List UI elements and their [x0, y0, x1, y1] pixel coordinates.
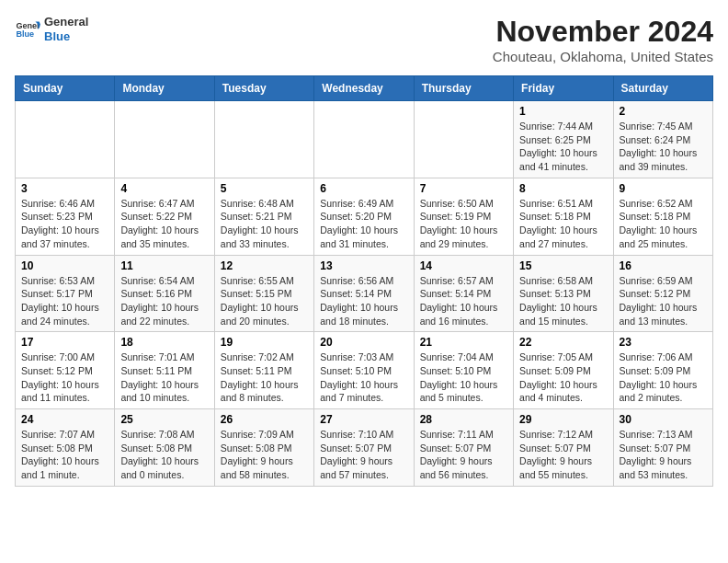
week-row-5: 24Sunrise: 7:07 AM Sunset: 5:08 PM Dayli… [16, 409, 713, 487]
day-number: 10 [21, 259, 108, 272]
day-cell: 27Sunrise: 7:10 AM Sunset: 5:07 PM Dayli… [314, 409, 414, 487]
weekday-header-tuesday: Tuesday [214, 76, 313, 101]
logo-text: General Blue [44, 15, 88, 43]
day-number: 18 [120, 336, 208, 349]
day-info: Sunrise: 7:01 AM Sunset: 5:11 PM Dayligh… [120, 350, 208, 405]
day-cell: 26Sunrise: 7:09 AM Sunset: 5:08 PM Dayli… [214, 409, 313, 487]
day-info: Sunrise: 6:48 AM Sunset: 5:21 PM Dayligh… [221, 197, 308, 251]
day-number: 9 [620, 182, 707, 195]
logo-icon: General Blue [15, 17, 40, 42]
day-number: 3 [21, 182, 108, 195]
day-info: Sunrise: 7:12 AM Sunset: 5:07 PM Dayligh… [519, 428, 607, 482]
day-cell: 28Sunrise: 7:11 AM Sunset: 5:07 PM Dayli… [414, 409, 513, 487]
day-number: 7 [420, 182, 507, 195]
day-number: 11 [120, 259, 208, 272]
day-cell: 24Sunrise: 7:07 AM Sunset: 5:08 PM Dayli… [16, 409, 115, 487]
weekday-header-saturday: Saturday [613, 76, 712, 101]
weekday-header-monday: Monday [115, 76, 214, 101]
day-info: Sunrise: 7:44 AM Sunset: 6:25 PM Dayligh… [519, 120, 607, 174]
day-number: 4 [120, 182, 208, 195]
day-info: Sunrise: 7:07 AM Sunset: 5:08 PM Dayligh… [21, 428, 108, 482]
day-number: 8 [519, 182, 607, 195]
calendar-body: 1Sunrise: 7:44 AM Sunset: 6:25 PM Daylig… [16, 101, 713, 487]
day-cell: 15Sunrise: 6:58 AM Sunset: 5:13 PM Dayli… [514, 255, 613, 332]
day-number: 13 [320, 259, 407, 272]
day-info: Sunrise: 7:11 AM Sunset: 5:07 PM Dayligh… [420, 428, 507, 482]
day-number: 25 [120, 413, 208, 426]
day-number: 6 [320, 182, 407, 195]
week-row-1: 1Sunrise: 7:44 AM Sunset: 6:25 PM Daylig… [16, 101, 713, 178]
day-cell: 21Sunrise: 7:04 AM Sunset: 5:10 PM Dayli… [414, 332, 513, 409]
logo-line1: General [44, 15, 88, 29]
week-row-3: 10Sunrise: 6:53 AM Sunset: 5:17 PM Dayli… [16, 255, 713, 332]
day-info: Sunrise: 7:09 AM Sunset: 5:08 PM Dayligh… [221, 428, 308, 482]
day-cell: 22Sunrise: 7:05 AM Sunset: 5:09 PM Dayli… [514, 332, 613, 409]
location-title: Chouteau, Oklahoma, United States [493, 49, 713, 64]
day-info: Sunrise: 6:56 AM Sunset: 5:14 PM Dayligh… [320, 274, 407, 328]
day-cell: 25Sunrise: 7:08 AM Sunset: 5:08 PM Dayli… [115, 409, 214, 487]
day-number: 1 [519, 105, 607, 118]
weekday-header-wednesday: Wednesday [314, 76, 414, 101]
day-cell: 1Sunrise: 7:44 AM Sunset: 6:25 PM Daylig… [514, 101, 613, 178]
day-number: 26 [221, 413, 308, 426]
day-cell: 5Sunrise: 6:48 AM Sunset: 5:21 PM Daylig… [214, 178, 313, 255]
day-cell: 7Sunrise: 6:50 AM Sunset: 5:19 PM Daylig… [414, 178, 513, 255]
day-cell: 20Sunrise: 7:03 AM Sunset: 5:10 PM Dayli… [314, 332, 414, 409]
day-info: Sunrise: 6:49 AM Sunset: 5:20 PM Dayligh… [320, 197, 407, 251]
logo-line2: Blue [44, 29, 70, 43]
day-info: Sunrise: 6:58 AM Sunset: 5:13 PM Dayligh… [519, 274, 607, 328]
day-cell: 29Sunrise: 7:12 AM Sunset: 5:07 PM Dayli… [514, 409, 613, 487]
day-number: 27 [320, 413, 407, 426]
day-cell: 2Sunrise: 7:45 AM Sunset: 6:24 PM Daylig… [613, 101, 712, 178]
day-number: 22 [519, 336, 607, 349]
day-cell: 16Sunrise: 6:59 AM Sunset: 5:12 PM Dayli… [613, 255, 712, 332]
svg-text:Blue: Blue [16, 29, 34, 39]
day-info: Sunrise: 6:52 AM Sunset: 5:18 PM Dayligh… [620, 197, 707, 251]
day-info: Sunrise: 7:08 AM Sunset: 5:08 PM Dayligh… [120, 428, 208, 482]
day-cell [16, 101, 115, 178]
day-number: 23 [620, 336, 707, 349]
day-cell: 19Sunrise: 7:02 AM Sunset: 5:11 PM Dayli… [214, 332, 313, 409]
weekday-header-thursday: Thursday [414, 76, 513, 101]
day-number: 15 [519, 259, 607, 272]
day-cell: 4Sunrise: 6:47 AM Sunset: 5:22 PM Daylig… [115, 178, 214, 255]
day-cell: 11Sunrise: 6:54 AM Sunset: 5:16 PM Dayli… [115, 255, 214, 332]
day-number: 12 [221, 259, 308, 272]
day-number: 20 [320, 336, 407, 349]
day-info: Sunrise: 6:46 AM Sunset: 5:23 PM Dayligh… [21, 197, 108, 251]
day-info: Sunrise: 7:06 AM Sunset: 5:09 PM Dayligh… [620, 350, 707, 405]
day-cell: 3Sunrise: 6:46 AM Sunset: 5:23 PM Daylig… [16, 178, 115, 255]
day-info: Sunrise: 7:10 AM Sunset: 5:07 PM Dayligh… [320, 428, 407, 482]
title-section: November 2024 Chouteau, Oklahoma, United… [493, 15, 713, 64]
day-cell: 30Sunrise: 7:13 AM Sunset: 5:07 PM Dayli… [613, 409, 712, 487]
month-title: November 2024 [493, 15, 713, 49]
day-cell: 23Sunrise: 7:06 AM Sunset: 5:09 PM Dayli… [613, 332, 712, 409]
logo: General Blue General Blue [15, 15, 88, 43]
day-info: Sunrise: 7:00 AM Sunset: 5:12 PM Dayligh… [21, 350, 108, 405]
day-number: 21 [420, 336, 507, 349]
day-cell: 6Sunrise: 6:49 AM Sunset: 5:20 PM Daylig… [314, 178, 414, 255]
day-number: 17 [21, 336, 108, 349]
day-info: Sunrise: 6:50 AM Sunset: 5:19 PM Dayligh… [420, 197, 507, 251]
day-number: 30 [620, 413, 707, 426]
day-number: 2 [620, 105, 707, 118]
day-info: Sunrise: 6:47 AM Sunset: 5:22 PM Dayligh… [120, 197, 208, 251]
day-info: Sunrise: 6:59 AM Sunset: 5:12 PM Dayligh… [620, 274, 707, 328]
day-cell [214, 101, 313, 178]
week-row-2: 3Sunrise: 6:46 AM Sunset: 5:23 PM Daylig… [16, 178, 713, 255]
day-cell [314, 101, 414, 178]
weekday-row: SundayMondayTuesdayWednesdayThursdayFrid… [16, 76, 713, 101]
weekday-header-friday: Friday [514, 76, 613, 101]
calendar-table: SundayMondayTuesdayWednesdayThursdayFrid… [15, 75, 713, 487]
week-row-4: 17Sunrise: 7:00 AM Sunset: 5:12 PM Dayli… [16, 332, 713, 409]
day-number: 14 [420, 259, 507, 272]
weekday-header-sunday: Sunday [16, 76, 115, 101]
day-cell [115, 101, 214, 178]
day-info: Sunrise: 6:51 AM Sunset: 5:18 PM Dayligh… [519, 197, 607, 251]
day-cell: 13Sunrise: 6:56 AM Sunset: 5:14 PM Dayli… [314, 255, 414, 332]
day-number: 19 [221, 336, 308, 349]
day-number: 24 [21, 413, 108, 426]
day-cell: 12Sunrise: 6:55 AM Sunset: 5:15 PM Dayli… [214, 255, 313, 332]
day-info: Sunrise: 7:45 AM Sunset: 6:24 PM Dayligh… [620, 120, 707, 174]
day-info: Sunrise: 6:57 AM Sunset: 5:14 PM Dayligh… [420, 274, 507, 328]
